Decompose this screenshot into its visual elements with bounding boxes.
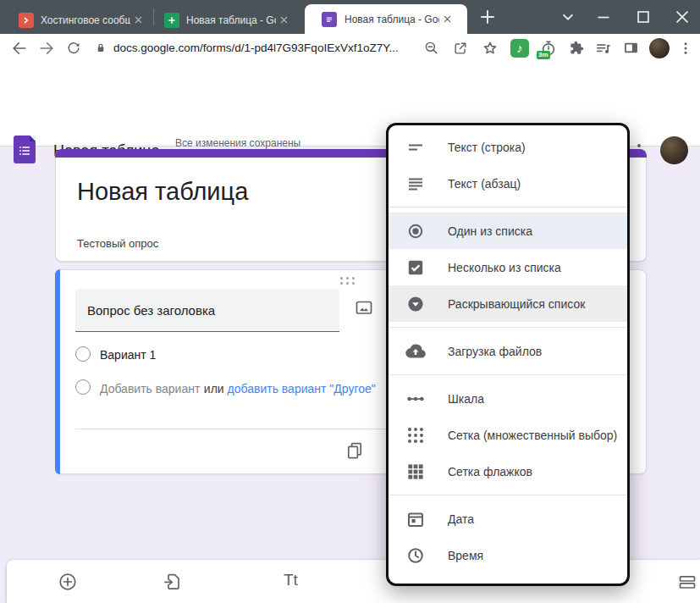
browser-window: Хостинговое сообщес Новая таблица - Goog… (0, 0, 700, 603)
duplicate-icon[interactable] (344, 440, 365, 460)
star-icon[interactable] (481, 39, 499, 58)
reload-icon[interactable] (65, 40, 82, 57)
share-icon[interactable] (452, 40, 469, 57)
add-question-icon[interactable] (58, 572, 78, 592)
tab-close-icon[interactable] (441, 13, 454, 25)
form-title[interactable]: Новая таблица (77, 178, 248, 206)
timer-extension-icon[interactable]: 3m (539, 39, 558, 58)
browser-tab-active[interactable]: Новая таблица - Goog (305, 4, 467, 34)
short-text-icon (405, 137, 426, 158)
checkbox-grid-icon (405, 462, 426, 482)
cloud-upload-icon (405, 341, 426, 362)
or-text: или (204, 382, 228, 396)
menu-divider (389, 327, 627, 328)
menu-item-short-text[interactable]: Текст (строка) (389, 129, 627, 165)
lock-icon (93, 41, 108, 56)
browser-menu-icon[interactable] (677, 40, 694, 57)
paragraph-text-icon (405, 174, 426, 194)
menu-item-dropdown[interactable]: Раскрывающийся список (389, 285, 627, 322)
browser-tab-1[interactable]: Хостинговое сообщес (10, 6, 151, 34)
new-tab-button[interactable] (477, 6, 499, 28)
menu-item-time[interactable]: Время (389, 537, 627, 573)
add-option-radio (75, 379, 91, 395)
form-description[interactable]: Тестовый опрос (77, 237, 158, 250)
hosting-favicon (19, 13, 34, 28)
selected-question-indicator (55, 269, 60, 474)
sidebar-icon[interactable] (622, 39, 640, 57)
menu-divider (389, 495, 627, 495)
tab-close-icon[interactable] (132, 14, 145, 26)
time-icon (405, 545, 426, 566)
add-option-row: Добавить вариант или добавить вариант "Д… (100, 381, 376, 396)
option-label[interactable]: Вариант 1 (100, 348, 156, 362)
question-title-text: Вопрос без заголовка (87, 303, 215, 318)
linear-scale-icon (405, 389, 426, 409)
multiple-choice-grid-icon (405, 425, 426, 445)
tab-title: Новая таблица - Goog (344, 14, 439, 25)
address-bar: docs.google.com/forms/d/1-pd4l7G93FqoIEx… (0, 34, 700, 63)
minimize-button[interactable] (593, 6, 615, 28)
menu-item-date[interactable]: Дата (389, 501, 627, 537)
profile-avatar[interactable] (649, 38, 670, 58)
menu-item-checkbox-grid[interactable]: Сетка флажков (389, 453, 627, 490)
question-title-input[interactable]: Вопрос без заголовка (75, 289, 339, 332)
date-icon (405, 509, 426, 529)
add-other-link[interactable]: добавить вариант "Другое" (228, 382, 376, 396)
browser-tab-strip: Хостинговое сообщес Новая таблица - Goog… (0, 0, 700, 34)
tab-title: Хостинговое сообщес (41, 14, 130, 26)
forward-icon[interactable] (37, 39, 56, 58)
back-icon[interactable] (10, 39, 29, 58)
zoom-out-icon[interactable] (422, 39, 440, 57)
extensions-puzzle-icon[interactable] (567, 39, 585, 57)
close-window-button[interactable] (671, 6, 693, 28)
radio-checked-icon (405, 221, 426, 241)
menu-item-file-upload[interactable]: Загрузка файлов (389, 333, 627, 369)
music-extension-icon[interactable]: ♪ (510, 39, 529, 58)
forms-favicon (322, 12, 337, 27)
add-title-icon[interactable]: Tt (284, 571, 298, 589)
playlist-extension-icon[interactable] (594, 39, 613, 58)
menu-item-checkboxes[interactable]: Несколько из списка (389, 249, 627, 285)
drag-handle[interactable] (340, 277, 355, 285)
browser-tab-2[interactable]: Новая таблица - Goog (157, 6, 298, 34)
forms-logo-icon (14, 136, 36, 163)
sheets-favicon (164, 13, 179, 28)
question-type-menu: Текст (строка) Текст (абзац) Один из спи… (386, 123, 630, 586)
option-radio[interactable] (75, 346, 91, 362)
menu-item-paragraph[interactable]: Текст (абзац) (389, 165, 627, 202)
url-text[interactable]: docs.google.com/forms/d/1-pd4l7G93FqoIEx… (113, 41, 422, 54)
menu-divider (389, 207, 627, 207)
tab-separator (153, 8, 154, 25)
timer-badge: 3m (537, 51, 550, 59)
maximize-button[interactable] (632, 6, 654, 28)
tab-title: Новая таблица - Goog (186, 14, 276, 26)
add-section-icon[interactable] (677, 572, 697, 592)
menu-item-multiple-choice-grid[interactable]: Сетка (множественный выбор) (389, 417, 627, 453)
menu-divider (389, 374, 627, 375)
account-avatar[interactable] (660, 136, 688, 164)
menu-item-multiple-choice[interactable]: Один из списка (389, 213, 627, 249)
import-questions-icon[interactable] (163, 572, 183, 592)
add-image-icon[interactable] (354, 297, 374, 318)
add-option-text[interactable]: Добавить вариант (100, 382, 200, 396)
tab-close-icon[interactable] (278, 14, 290, 26)
menu-item-linear-scale[interactable]: Шкала (389, 380, 627, 417)
dropdown-circle-icon (405, 294, 426, 314)
chevron-down-icon[interactable] (557, 6, 579, 28)
checkbox-checked-icon (405, 257, 426, 278)
